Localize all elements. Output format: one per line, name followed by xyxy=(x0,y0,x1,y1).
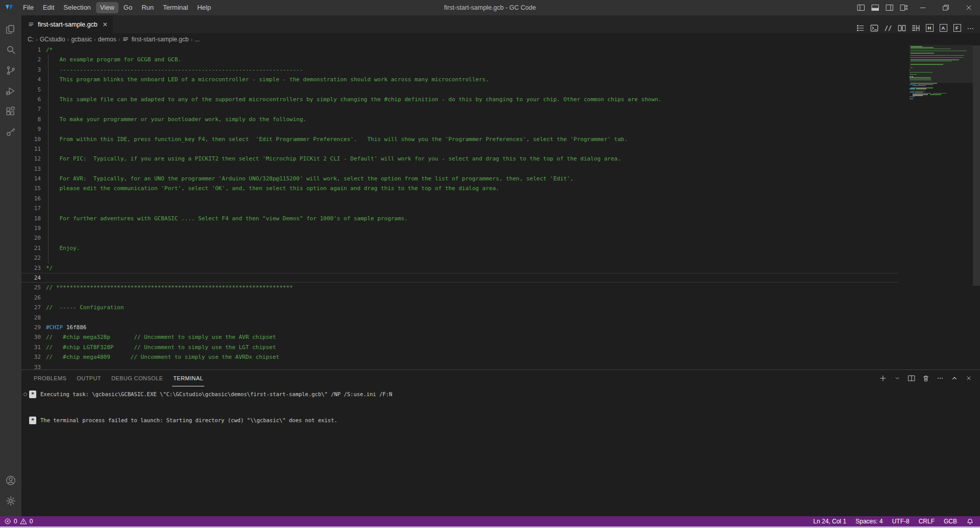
problems-status[interactable]: 00 xyxy=(4,518,33,525)
breadcrumb-symbol-ellipsis[interactable]: ... xyxy=(195,36,200,43)
code-area[interactable]: 1/*2 An example program for GCGB and GCB… xyxy=(21,45,898,370)
account-icon[interactable] xyxy=(0,470,21,491)
terminal-dropdown-icon[interactable] xyxy=(893,374,901,383)
encoding[interactable]: UTF-8 xyxy=(892,518,910,525)
error-count: 0 xyxy=(14,518,17,525)
line-content: */ xyxy=(46,263,898,273)
explorer-icon[interactable] xyxy=(0,19,21,40)
maximize-panel-icon[interactable] xyxy=(950,374,959,383)
code-segment: // #chip mega328p // Uncomment to simply… xyxy=(46,334,276,340)
run-and-debug-icon[interactable] xyxy=(0,81,21,101)
minimap-bar xyxy=(930,94,941,95)
code-segment: please edit the communication 'Port', se… xyxy=(46,185,499,192)
code-segment: */ xyxy=(46,265,53,271)
code-line: 10 From within this IDE, press function_… xyxy=(21,134,898,144)
code-line: 11 xyxy=(21,144,898,154)
new-terminal-icon[interactable] xyxy=(878,374,887,383)
terminal-output[interactable]: *Executing task: \gcbasic\GCBASIC.EXE \"… xyxy=(21,386,980,516)
more-icon[interactable]: ⋯ xyxy=(966,23,976,33)
toggle-comment-icon[interactable]: // xyxy=(883,23,893,33)
source-control-icon[interactable] xyxy=(0,60,21,81)
code-line: 21 Enjoy. xyxy=(21,243,898,253)
boxed-flash-icon[interactable]: F xyxy=(952,23,962,33)
panel-tab-problems[interactable]: PROBLEMS xyxy=(33,371,67,386)
indent-guide xyxy=(48,95,49,104)
menu-go[interactable]: Go xyxy=(119,2,136,13)
compare-icon[interactable] xyxy=(897,23,907,33)
tab-first-start-sample[interactable]: first-start-sample.gcb ✕ xyxy=(21,15,113,33)
close-panel-icon[interactable] xyxy=(964,374,973,383)
editor-scrollbar[interactable] xyxy=(973,45,980,286)
extensions-icon[interactable] xyxy=(0,101,21,122)
search-icon[interactable] xyxy=(0,40,21,60)
minimap[interactable] xyxy=(910,45,973,370)
menu-selection[interactable]: Selection xyxy=(59,2,94,13)
panel-tab-debug-console[interactable]: DEBUG CONSOLE xyxy=(110,371,164,386)
window-controls xyxy=(854,0,980,15)
code-editor[interactable]: 1/*2 An example program for GCGB and GCB… xyxy=(21,45,980,370)
panel-tab-terminal[interactable]: TERMINAL xyxy=(172,371,204,386)
kill-terminal-icon[interactable] xyxy=(921,374,930,383)
indent-guide xyxy=(48,214,49,223)
bottom-panel: PROBLEMSOUTPUTDEBUG CONSOLETERMINAL *Exe… xyxy=(21,370,980,516)
breadcrumb-segment[interactable]: C: xyxy=(28,36,34,43)
panel-tab-output[interactable]: OUTPUT xyxy=(76,371,102,386)
indentation[interactable]: Spaces: 4 xyxy=(855,518,882,525)
warning-icon xyxy=(20,518,27,525)
line-content xyxy=(46,223,898,233)
breadcrumb-segment[interactable]: demos xyxy=(98,36,116,43)
minimize-icon[interactable] xyxy=(911,0,934,15)
more-actions-icon[interactable] xyxy=(936,374,944,383)
breadcrumb-file[interactable]: first-start-sample.gcb xyxy=(122,36,188,43)
restore-icon[interactable] xyxy=(934,0,957,15)
breadcrumb-file-label: first-start-sample.gcb xyxy=(131,36,188,43)
minimap-bar xyxy=(910,99,913,99)
menu-run[interactable]: Run xyxy=(137,2,158,13)
toggle-panel-icon[interactable] xyxy=(868,0,882,15)
minimap-bar xyxy=(910,70,910,70)
line-content xyxy=(46,203,898,213)
menu-terminal[interactable]: Terminal xyxy=(159,2,192,13)
breadcrumb-separator: › xyxy=(94,36,96,42)
indent-guide xyxy=(48,164,49,174)
minimap-bar xyxy=(910,77,931,78)
line-number: 18 xyxy=(21,214,41,223)
key-icon[interactable] xyxy=(0,122,21,142)
outline-icon[interactable] xyxy=(855,23,866,33)
menu-edit[interactable]: Edit xyxy=(39,2,58,13)
menu-help[interactable]: Help xyxy=(193,2,215,13)
breadcrumb-segment[interactable]: GCstudio xyxy=(40,36,65,43)
settings-icon[interactable] xyxy=(0,491,21,511)
close-icon[interactable] xyxy=(957,0,980,15)
language-mode[interactable]: GCB xyxy=(944,518,957,525)
breadcrumb-segment[interactable]: gcbasic xyxy=(71,36,92,43)
boxed-asm-icon[interactable]: A xyxy=(938,23,948,33)
line-content: For PIC: Typically, if you are using a P… xyxy=(46,154,898,164)
tab-close-icon[interactable]: ✕ xyxy=(103,21,108,28)
hex-flash-icon[interactable] xyxy=(911,23,921,33)
line-number: 17 xyxy=(21,203,41,213)
boxed-hex-icon[interactable]: H xyxy=(924,23,935,33)
run-terminal-icon[interactable] xyxy=(869,23,879,33)
minimap-bar xyxy=(911,64,943,64)
customize-layout-icon[interactable] xyxy=(897,0,911,15)
toggle-secondary-sidebar-icon[interactable] xyxy=(882,0,897,15)
line-number: 33 xyxy=(21,362,41,370)
indent-guide xyxy=(48,75,49,84)
task-circle-icon xyxy=(23,393,27,396)
line-number: 2 xyxy=(21,55,41,64)
error-icon xyxy=(4,518,11,525)
eol-sequence[interactable]: CRLF xyxy=(919,518,935,525)
cursor-position[interactable]: Ln 24, Col 1 xyxy=(814,518,847,525)
minimap-bar xyxy=(910,45,910,45)
indent-guide xyxy=(48,253,49,263)
code-line: 33 xyxy=(21,362,898,370)
menu-file[interactable]: File xyxy=(19,2,38,13)
menu-view[interactable]: View xyxy=(96,2,118,13)
code-line: 25// ***********************************… xyxy=(21,283,898,292)
breadcrumb-separator: › xyxy=(67,36,69,42)
toggle-primary-sidebar-icon[interactable] xyxy=(854,0,868,15)
notifications-bell-icon[interactable] xyxy=(966,518,974,525)
split-terminal-icon[interactable] xyxy=(907,374,916,383)
minimap-bar xyxy=(911,61,952,61)
